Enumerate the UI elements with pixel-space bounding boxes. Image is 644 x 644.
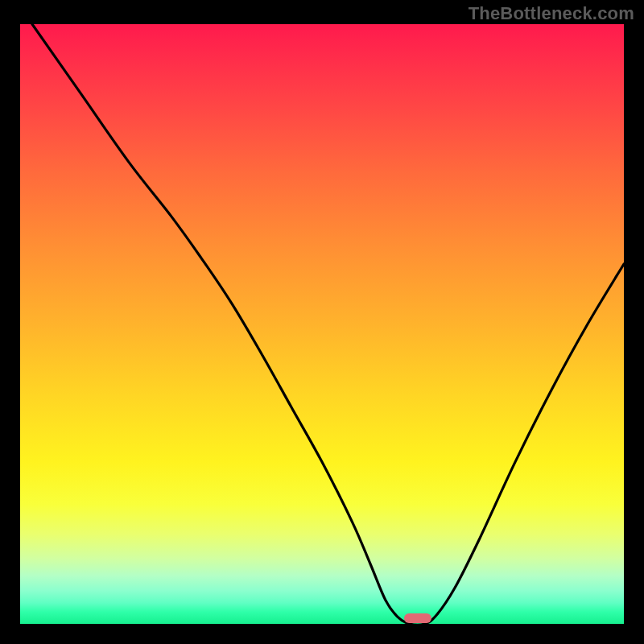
optimal-marker — [404, 613, 431, 623]
curve-svg — [20, 24, 624, 624]
bottleneck-curve-path — [32, 24, 624, 624]
chart-frame: TheBottleneck.com — [0, 0, 644, 644]
watermark-text: TheBottleneck.com — [469, 3, 634, 24]
plot-area — [20, 24, 624, 624]
